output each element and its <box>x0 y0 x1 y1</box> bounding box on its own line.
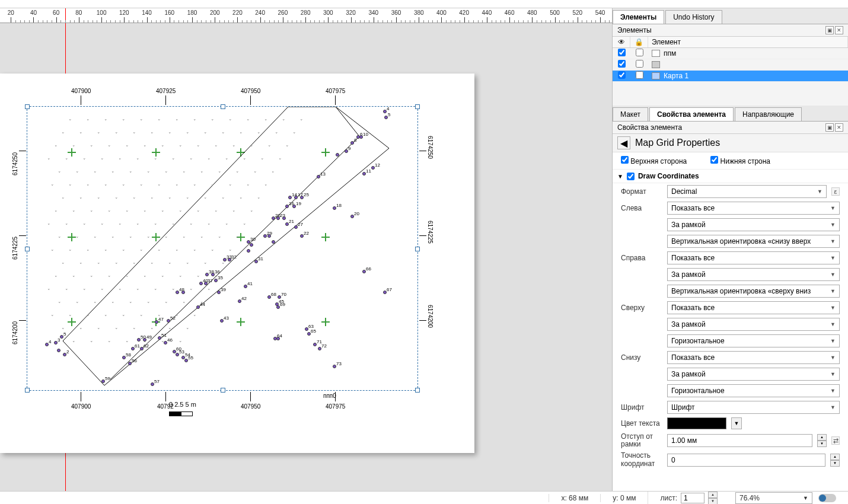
tick <box>19 320 26 321</box>
sel-font[interactable]: Шрифт▼ <box>667 401 840 414</box>
properties-body[interactable]: Верхняя сторона Нижняя строна ▼ Draw Coo… <box>613 152 848 491</box>
grid-cross <box>68 233 76 241</box>
map-point-label: 3 <box>58 337 60 343</box>
sel-handle-sw[interactable] <box>25 388 30 393</box>
color-dropdown[interactable]: ▼ <box>731 417 742 429</box>
map-point-label: 41 <box>247 281 253 286</box>
map-point-label: 57 <box>154 379 160 384</box>
input-offset[interactable] <box>667 434 812 447</box>
sel-left-orient[interactable]: Вертикальная ориентировка «снизу вверх▼ <box>667 235 840 248</box>
tick <box>419 151 426 151</box>
tick <box>419 320 426 321</box>
panel-title-props: Свойства элемента ▣ ✕ <box>613 122 848 134</box>
element-row[interactable] <box>613 59 848 71</box>
sel-top-show[interactable]: Показать все▼ <box>667 301 840 314</box>
coord-bot-0: 407900 <box>71 403 91 410</box>
sel-right-orient[interactable]: Вертикальная ориентировка «сверху вниз▼ <box>667 285 840 298</box>
map-point-label: 69 <box>280 302 285 307</box>
map-point <box>57 349 60 352</box>
zoom-combo[interactable]: 76.4%▼ <box>735 492 812 504</box>
sel-format[interactable]: Decimal▼ <box>667 185 827 198</box>
sel-handle-s[interactable] <box>221 388 225 393</box>
sel-bottom-pos[interactable]: За рамкой▼ <box>667 368 840 381</box>
tick <box>250 392 251 401</box>
lbl-precision: Точность координат <box>621 452 662 467</box>
data-defined-icon[interactable]: ⇄ <box>831 436 840 445</box>
tick <box>81 95 81 105</box>
map-point-label: 36 <box>215 269 220 275</box>
tab-undo-history[interactable]: Undo History <box>665 10 722 24</box>
format-expression-icon[interactable]: ε <box>831 187 840 196</box>
input-precision[interactable] <box>667 454 825 467</box>
map-point-label: 10 <box>363 132 368 137</box>
sel-handle-se[interactable] <box>415 388 420 393</box>
spinner-sheet[interactable]: ▲▼ <box>708 492 718 505</box>
map-point-label: 56 <box>132 358 137 363</box>
chk-bottom-side[interactable]: Нижняя строна <box>710 156 770 165</box>
sel-right-pos[interactable]: За рамкой▼ <box>667 268 840 281</box>
map-point-label: 22 <box>304 231 309 236</box>
tick <box>419 235 426 236</box>
status-sheet-lbl: лист: <box>660 494 677 502</box>
lbl-font: Шрифт <box>621 403 662 412</box>
map-point-label: 58 <box>126 352 131 358</box>
close-icon[interactable]: ✕ <box>835 26 843 34</box>
back-button[interactable]: ◀ <box>617 136 630 149</box>
map-frame[interactable]: ˅˅˅˅˅˅˅˅˅˅˅˅˅˅˅˅˅˅˅˅˅˅˅˅˅˅˅˅˅˅˅˅˅˅˅˅˅˅˅˅… <box>27 106 418 391</box>
sel-top-orient[interactable]: Горизонтальное▼ <box>667 334 840 347</box>
status-y: y: 0 мм <box>600 494 648 502</box>
sel-left-pos[interactable]: За рамкой▼ <box>667 218 840 231</box>
map-point-label: 62 <box>144 343 149 349</box>
tab-item-properties[interactable]: Свойства элемента <box>649 107 734 121</box>
sel-handle-nw[interactable] <box>25 104 30 109</box>
tab-layout[interactable]: Макет <box>613 107 648 121</box>
back-row: ◀ Map Grid Properties <box>613 134 848 152</box>
lbl-text-color: Цвет текста <box>621 419 662 428</box>
sel-handle-n[interactable] <box>221 104 225 109</box>
section-draw-coords[interactable]: ▼ Draw Coordinates <box>613 169 848 183</box>
lock-zoom-toggle[interactable] <box>818 494 836 502</box>
coord-top-2: 407950 <box>241 88 260 94</box>
map-point <box>181 291 185 294</box>
map-point-label: 39 <box>221 287 226 292</box>
ruler-horizontal[interactable]: 2040608010012014016018020022024026028030… <box>0 8 612 23</box>
map-point-label: 19 <box>296 201 301 206</box>
element-row[interactable]: Карта 1 <box>613 71 848 82</box>
grid-cross <box>321 233 330 241</box>
map-point-label: 4 <box>49 339 51 344</box>
spinner-offset[interactable]: ▲▼ <box>817 434 827 447</box>
map-point-label: 13 <box>320 171 326 177</box>
chk-top-side[interactable]: Верхняя сторона <box>621 156 687 165</box>
color-well[interactable] <box>667 417 726 429</box>
sel-left-show[interactable]: Показать все▼ <box>667 202 840 215</box>
status-bar: x: 68 мм y: 0 мм лист: ▲▼ 76.4%▼ <box>0 491 848 504</box>
undock-icon[interactable]: ▣ <box>825 123 834 132</box>
element-row[interactable]: ппм <box>613 48 848 59</box>
sel-bottom-orient[interactable]: Горизонтальное▼ <box>667 384 840 397</box>
sel-right-show[interactable]: Показать все▼ <box>667 251 840 264</box>
sel-handle-ne[interactable] <box>415 104 420 109</box>
tabs-properties: Макет Свойства элемента Направляющие <box>613 106 848 122</box>
map-point-label: 73 <box>336 361 342 366</box>
status-sheet-input[interactable] <box>681 493 704 503</box>
sel-handle-w[interactable] <box>25 247 30 251</box>
spinner-precision[interactable]: ▲▼ <box>830 454 840 467</box>
map-point-label: 30 <box>250 237 256 242</box>
panel-title-text: Элементы <box>617 26 652 34</box>
map-point-label: 18 <box>336 203 342 208</box>
map-point-label: 35 <box>218 275 223 280</box>
close-icon[interactable]: ✕ <box>835 123 843 132</box>
chk-draw-coords[interactable] <box>627 173 635 180</box>
tab-guides[interactable]: Направляющие <box>735 107 802 121</box>
map-point-label: 20 <box>354 211 359 216</box>
undock-icon[interactable]: ▣ <box>825 26 834 34</box>
canvas-area[interactable]: 407900 407925 407950 407975 407900 40792… <box>0 23 612 491</box>
elements-table: 👁 🔒 Элемент ппм Карта 1 <box>613 37 848 82</box>
sel-handle-e[interactable] <box>415 247 420 251</box>
map-point-label: 5 <box>63 331 66 337</box>
map-point <box>336 153 339 157</box>
grid-cross <box>321 318 330 326</box>
sel-bottom-show[interactable]: Показать все▼ <box>667 351 840 364</box>
sel-top-pos[interactable]: За рамкой▼ <box>667 318 840 331</box>
tab-elements[interactable]: Элементы <box>613 10 664 24</box>
